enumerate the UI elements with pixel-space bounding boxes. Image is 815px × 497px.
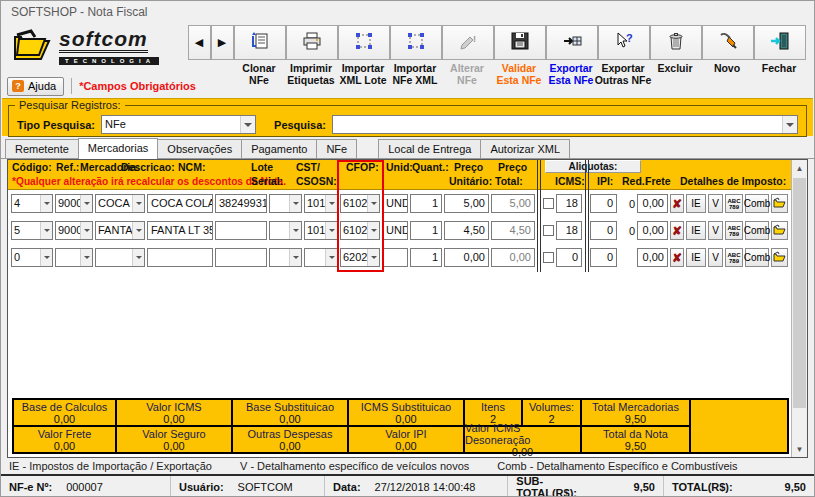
v-detail-button[interactable]: V xyxy=(708,248,723,267)
chevron-down-icon[interactable] xyxy=(132,222,144,239)
codigo-select[interactable]: 0 xyxy=(11,248,53,267)
abc789-detail-button[interactable]: ABC789 xyxy=(725,194,743,213)
print-labels-button[interactable] xyxy=(286,25,338,60)
preco-unitario-field[interactable]: 5,00 xyxy=(444,194,489,213)
preco-unitario-field[interactable]: 4,50 xyxy=(444,221,489,240)
remove-row-button[interactable]: ✘ xyxy=(670,194,684,213)
chevron-down-icon[interactable] xyxy=(80,195,92,212)
nav-previous-button[interactable]: ◀ xyxy=(188,25,211,60)
descricao-field[interactable]: FANTA LT 350 xyxy=(147,221,213,240)
scroll-down-icon[interactable]: ▼ xyxy=(792,441,807,457)
v-detail-button[interactable]: V xyxy=(708,221,723,240)
chevron-down-icon[interactable] xyxy=(325,249,337,266)
frete-field[interactable]: 0,00 xyxy=(637,194,668,213)
ncm-field[interactable] xyxy=(215,248,267,267)
new-button[interactable] xyxy=(702,25,754,60)
lote-select[interactable] xyxy=(269,194,302,213)
cfop-select[interactable]: 6102 xyxy=(340,194,380,213)
edit-nfe-button[interactable]: ! xyxy=(442,25,494,60)
import-xml-lote-button[interactable] xyxy=(338,25,390,60)
chevron-down-icon[interactable] xyxy=(367,222,379,239)
quant-field[interactable]: 1 xyxy=(410,194,442,213)
ncm-field[interactable] xyxy=(215,221,267,240)
scrollbar-track[interactable] xyxy=(792,176,807,441)
lote-select[interactable] xyxy=(269,221,302,240)
tab-local-de-entrega[interactable]: Local de Entrega xyxy=(378,139,481,158)
chevron-down-icon[interactable] xyxy=(367,195,379,212)
open-folder-button[interactable] xyxy=(771,194,788,213)
frete-field[interactable]: 0,00 xyxy=(637,248,668,267)
export-this-nfe-button[interactable] xyxy=(546,25,598,60)
tab-observacoes[interactable]: Observações xyxy=(157,139,242,158)
mercadoria-select[interactable]: COCA COLA LT xyxy=(95,194,145,213)
comb-detail-button[interactable]: Comb xyxy=(745,248,769,267)
vertical-scrollbar[interactable]: ▲ ▼ xyxy=(791,160,807,457)
v-detail-button[interactable]: V xyxy=(708,194,723,213)
icms-checkbox[interactable] xyxy=(543,198,554,209)
cst-select[interactable]: 101 xyxy=(304,194,338,213)
chevron-down-icon[interactable] xyxy=(132,195,144,212)
remove-row-button[interactable]: ✘ xyxy=(670,221,684,240)
ipi-field[interactable]: 0 xyxy=(590,221,617,240)
chevron-down-icon[interactable] xyxy=(289,249,301,266)
chevron-down-icon[interactable] xyxy=(40,195,52,212)
unid-field[interactable]: UND xyxy=(382,221,408,240)
chevron-down-icon[interactable] xyxy=(40,249,52,266)
chevron-down-icon[interactable] xyxy=(40,222,52,239)
chevron-down-icon[interactable] xyxy=(132,249,144,266)
open-folder-button[interactable] xyxy=(771,221,788,240)
descricao-field[interactable]: COCA COLA LT xyxy=(147,194,213,213)
chevron-down-icon[interactable] xyxy=(325,222,337,239)
codigo-select[interactable]: 5 xyxy=(11,221,53,240)
tab-mercadorias[interactable]: Mercadorias xyxy=(78,138,159,159)
descricao-field[interactable] xyxy=(147,248,213,267)
ref-select[interactable]: 90000 xyxy=(55,221,93,240)
icms-field[interactable]: 18 xyxy=(556,221,582,240)
cst-select[interactable]: 101 xyxy=(304,221,338,240)
clone-nfe-button[interactable] xyxy=(234,25,286,60)
abc789-detail-button[interactable]: ABC789 xyxy=(725,248,743,267)
ie-detail-button[interactable]: IE xyxy=(686,194,706,213)
unid-field[interactable] xyxy=(382,248,408,267)
icms-field[interactable]: 0 xyxy=(556,248,582,267)
close-button[interactable] xyxy=(754,25,806,60)
chevron-down-icon[interactable] xyxy=(80,222,92,239)
chevron-down-icon[interactable] xyxy=(289,195,301,212)
delete-button[interactable] xyxy=(650,25,702,60)
cst-select[interactable] xyxy=(304,248,338,267)
quant-field[interactable]: 1 xyxy=(410,248,442,267)
chevron-down-icon[interactable] xyxy=(80,249,92,266)
frete-field[interactable]: 0,00 xyxy=(637,221,668,240)
ie-detail-button[interactable]: IE xyxy=(686,248,706,267)
scroll-up-icon[interactable]: ▲ xyxy=(792,160,807,176)
import-nfe-xml-button[interactable] xyxy=(390,25,442,60)
lote-select[interactable] xyxy=(269,248,302,267)
mercadoria-select[interactable] xyxy=(95,248,145,267)
export-other-nfe-button[interactable]: ? xyxy=(598,25,650,60)
remove-row-button[interactable]: ✘ xyxy=(670,248,684,267)
abc789-detail-button[interactable]: ABC789 xyxy=(725,221,743,240)
tab-pagamento[interactable]: Pagamento xyxy=(241,139,317,158)
preco-unitario-field[interactable]: 0,00 xyxy=(444,248,489,267)
chevron-down-icon[interactable] xyxy=(325,195,337,212)
ie-detail-button[interactable]: IE xyxy=(686,221,706,240)
ncm-field[interactable]: 38249931 xyxy=(215,194,267,213)
icms-checkbox[interactable] xyxy=(543,252,554,263)
scrollbar-thumb[interactable] xyxy=(793,178,806,408)
unid-field[interactable]: UND xyxy=(382,194,408,213)
icms-field[interactable]: 18 xyxy=(556,194,582,213)
icms-checkbox[interactable] xyxy=(543,225,554,236)
mercadoria-select[interactable]: FANTA LT 350 xyxy=(95,221,145,240)
cfop-select[interactable]: 6102 xyxy=(340,221,380,240)
tab-remetente[interactable]: Remetente xyxy=(5,139,79,158)
tab-autorizar-xml[interactable]: Autorizar XML xyxy=(480,139,570,158)
search-query-input[interactable] xyxy=(332,115,798,134)
ref-select[interactable]: 90000 xyxy=(55,194,93,213)
tab-nfe[interactable]: NFe xyxy=(316,139,357,158)
comb-detail-button[interactable]: Comb xyxy=(745,221,769,240)
chevron-down-icon[interactable] xyxy=(240,116,255,133)
cfop-select[interactable]: 6202 xyxy=(340,248,380,267)
ipi-field[interactable]: 0 xyxy=(590,194,617,213)
chevron-down-icon[interactable] xyxy=(367,249,379,266)
help-button[interactable]: ? Ajuda xyxy=(7,77,64,96)
